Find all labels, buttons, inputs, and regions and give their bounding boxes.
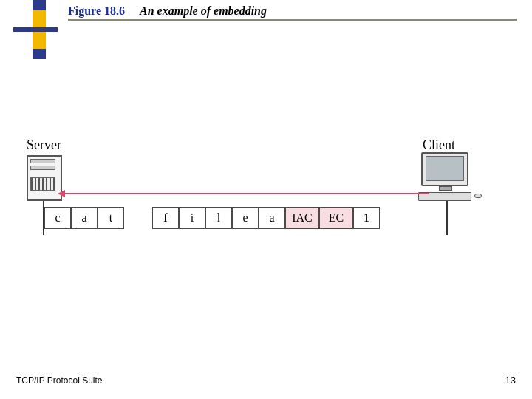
byte-cell: 1 (353, 207, 380, 229)
byte-gap (124, 207, 152, 229)
slide-logo (13, 0, 58, 59)
server-icon (27, 155, 62, 201)
figure-number: Figure 18.6 (68, 4, 125, 17)
data-flow-arrow (64, 193, 429, 194)
byte-cell: e (232, 207, 259, 229)
client-label: Client (423, 137, 455, 153)
server-label: Server (27, 137, 61, 153)
byte-cell-ec: EC (319, 207, 353, 229)
page-number: 13 (505, 375, 516, 386)
title-underline (68, 19, 517, 21)
footer-suite: TCP/IP Protocol Suite (16, 375, 103, 386)
byte-cell: t (98, 207, 124, 229)
byte-cell: a (71, 207, 98, 229)
byte-cell: i (179, 207, 205, 229)
byte-cell: f (152, 207, 179, 229)
figure-title: Figure 18.6 An example of embedding (68, 4, 267, 18)
byte-cell: a (259, 207, 285, 229)
byte-cell-iac: IAC (285, 207, 319, 229)
figure-caption: An example of embedding (140, 4, 267, 17)
byte-stream: c a t f i l e a IAC EC 1 (44, 207, 380, 229)
client-stem (446, 201, 448, 235)
byte-cell: c (44, 207, 71, 229)
byte-cell: l (205, 207, 232, 229)
